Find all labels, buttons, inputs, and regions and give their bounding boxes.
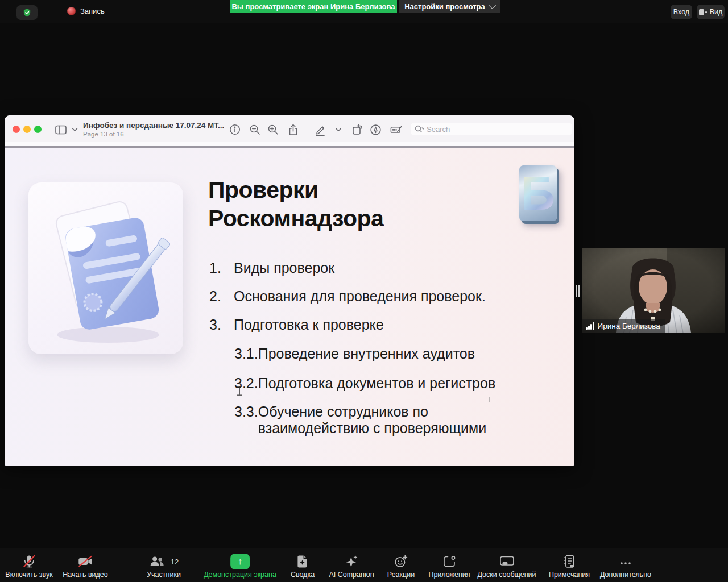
notes-icon <box>562 553 576 570</box>
sub-list-item: 3.1. Проведение внутренних аудитов <box>234 346 475 362</box>
more-ellipsis-icon <box>618 553 633 570</box>
preview-title-bar: Инфобез и персданные 17.07.24 МТ... Page… <box>5 115 574 142</box>
close-window-button[interactable] <box>13 126 20 133</box>
slide-title-line1: Проверки <box>208 176 383 204</box>
more-button[interactable]: Дополнительно <box>600 553 651 579</box>
notes-button[interactable]: Примечания <box>549 553 590 579</box>
whiteboard-icon <box>499 553 515 570</box>
shield-check-icon <box>22 7 32 18</box>
list-number: 3.3. <box>234 404 258 436</box>
slide-title: Проверки Роскомнадзора <box>208 176 383 232</box>
zoom-out-icon[interactable] <box>249 123 261 136</box>
smiley-plus-icon <box>394 553 408 570</box>
list-text: Проведение внутренних аудитов <box>258 346 475 361</box>
view-mode-label: Вид <box>710 8 723 16</box>
apps-button[interactable]: Приложения <box>428 553 470 579</box>
reactions-button[interactable]: Реакции <box>387 553 415 579</box>
whiteboards-button[interactable]: Доски сообщений <box>477 553 536 579</box>
chevron-down-icon <box>489 2 496 9</box>
summary-doc-icon <box>296 553 309 570</box>
list-number: 2. <box>209 288 234 305</box>
reactions-label: Реакции <box>387 571 415 579</box>
join-button[interactable]: Вход <box>671 5 692 19</box>
document-title: Инфобез и персданные 17.07.24 МТ... <box>83 121 242 130</box>
recording-label: Запись <box>80 7 105 15</box>
apps-icon <box>442 553 457 570</box>
list-text: Подготовка к проверке <box>234 317 384 333</box>
list-text: Виды проверок <box>234 260 334 276</box>
highlight-tool-icon[interactable] <box>369 123 382 136</box>
participant-video-thumbnail[interactable]: Ирина Берлизова <box>582 248 725 333</box>
audio-level-icon <box>586 322 594 330</box>
participant-count: 12 <box>171 558 179 566</box>
summary-button[interactable]: Сводка <box>291 553 315 579</box>
share-screen-button[interactable]: ↑ Демонстрация экрана <box>204 553 276 579</box>
up-arrow-icon: ↑ <box>238 556 242 567</box>
apps-label: Приложения <box>428 571 470 579</box>
document-illustration-card <box>28 182 183 354</box>
logo-letter: Б <box>521 166 555 221</box>
sidebar-chevron-icon[interactable] <box>68 123 81 136</box>
unmute-button[interactable]: Включить звук <box>5 553 52 579</box>
whiteboards-label: Доски сообщений <box>477 571 536 579</box>
panel-resize-handle[interactable] <box>576 285 580 297</box>
camera-off-icon <box>77 553 94 570</box>
participants-button[interactable]: 12 Участники <box>147 553 181 579</box>
unmute-label: Включить звук <box>5 571 52 579</box>
document-pen-illustration <box>28 182 183 354</box>
meeting-top-bar: Запись Вы просматриваете экран Ирина Бер… <box>0 0 728 23</box>
minimize-window-button[interactable] <box>23 126 31 133</box>
info-icon[interactable] <box>229 123 241 136</box>
share-screen-icon: ↑ <box>230 554 250 569</box>
zoom-in-icon[interactable] <box>267 123 279 136</box>
participant-name-tag: Ирина Берлизова <box>582 319 665 333</box>
list-text: Подготовка документов и регистров <box>258 375 496 391</box>
microphone-muted-icon <box>22 553 36 570</box>
participant-name: Ирина Берлизова <box>598 322 660 330</box>
sub-list-item: 3.3. Обучение сотрудников по взаимодейст… <box>234 404 486 436</box>
ai-companion-label: AI Companion <box>329 571 374 579</box>
list-number: 1. <box>209 260 234 276</box>
page-indicator: Page 13 of 16 <box>83 131 124 138</box>
more-label: Дополнительно <box>600 571 651 579</box>
view-mode-button[interactable]: Вид <box>697 5 725 19</box>
sidebar-toggle-icon[interactable] <box>55 123 67 136</box>
rotate-icon[interactable] <box>351 123 363 136</box>
start-video-label: Начать видео <box>63 571 107 579</box>
sub-list-item: 3.2. Подготовка документов и регистров <box>234 375 495 392</box>
preview-window: Инфобез и персданные 17.07.24 МТ... Page… <box>5 115 574 466</box>
markup-chevron-icon[interactable] <box>332 123 345 136</box>
gallery-view-icon <box>699 9 707 15</box>
markup-pencil-icon[interactable] <box>314 123 326 136</box>
participants-icon <box>149 555 165 568</box>
search-placeholder: Search <box>427 125 450 134</box>
form-fill-icon[interactable] <box>390 123 403 136</box>
view-settings-label: Настройки просмотра <box>404 2 485 11</box>
search-input[interactable]: Search <box>411 123 572 135</box>
share-export-icon[interactable] <box>287 123 299 136</box>
stray-mark <box>489 397 490 402</box>
notes-label: Примечания <box>549 571 590 579</box>
slide-title-line2: Роскомнадзора <box>208 204 383 232</box>
ai-sparkle-icon <box>344 553 359 570</box>
list-text-line2: взаимодействию с проверяющими <box>258 420 487 436</box>
list-number: 3. <box>209 317 234 333</box>
view-settings-dropdown[interactable]: Настройки просмотра <box>399 0 500 13</box>
ai-companion-button[interactable]: AI Companion <box>329 553 374 579</box>
start-video-button[interactable]: Начать видео <box>63 553 107 579</box>
company-logo: Б <box>519 165 557 221</box>
list-item: 1. Виды проверок <box>209 260 334 276</box>
security-shield-button[interactable] <box>16 5 38 20</box>
maximize-window-button[interactable] <box>34 126 42 133</box>
search-icon <box>415 125 424 133</box>
recording-indicator-icon <box>67 7 76 15</box>
list-item: 3. Подготовка к проверке <box>209 317 384 333</box>
screen-share-banner: Вы просматриваете экран Ирина Берлизова <box>230 0 397 13</box>
list-item: 2. Основания для проведения проверок. <box>209 288 486 305</box>
share-screen-label: Демонстрация экрана <box>204 571 276 579</box>
list-text: Обучение сотрудников по <box>258 404 487 420</box>
meeting-controls-bar: Включить звук Начать видео 12 Участники <box>0 548 728 582</box>
text-cursor-icon <box>236 386 243 396</box>
summary-label: Сводка <box>291 571 315 579</box>
list-text: Основания для проведения проверок. <box>234 288 486 305</box>
